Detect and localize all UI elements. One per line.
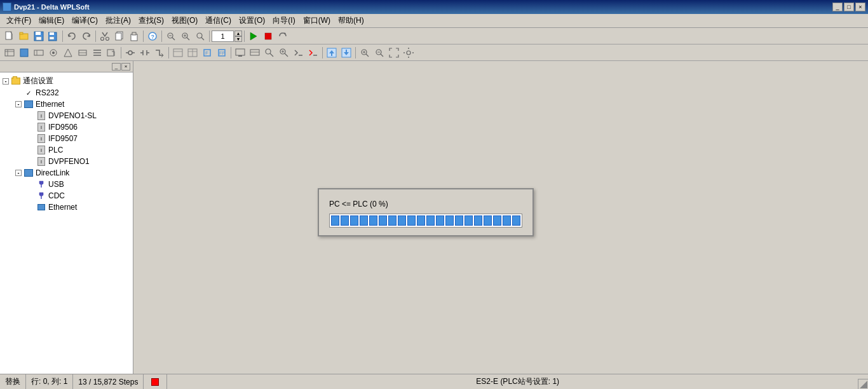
sep3 — [143, 31, 144, 42]
tb2-arrow[interactable] — [153, 46, 166, 60]
menu-comment[interactable]: 批注(A) — [102, 14, 135, 27]
zoom-in-btn[interactable] — [179, 29, 193, 43]
tree-dvpfeno1[interactable]: I DVPFENO1 — [3, 156, 130, 167]
tb2-btn3[interactable] — [32, 46, 46, 60]
tree-directlink[interactable]: - DirectLink — [3, 167, 130, 179]
tree-usb[interactable]: USB — [3, 179, 130, 190]
progress-label: PC <= PLC (0 %) — [329, 200, 522, 208]
menu-edit[interactable]: 编辑(E) — [35, 14, 68, 27]
svg-marker-36 — [64, 49, 72, 57]
close-button[interactable]: × — [855, 3, 865, 11]
menu-wizard[interactable]: 向导(I) — [269, 14, 299, 27]
zoom-spinner[interactable]: ▲ ▼ — [234, 31, 242, 42]
tree-dvpeno1-sl[interactable]: I DVPENO1-SL — [3, 110, 130, 121]
svg-line-80 — [381, 54, 383, 57]
menu-bar: 文件(F) 编辑(E) 编译(C) 批注(A) 查找(S) 视图(O) 通信(C… — [0, 14, 868, 28]
sep6 — [244, 31, 245, 42]
zoom-reset-btn[interactable] — [193, 29, 207, 43]
tb2-btn5[interactable] — [61, 46, 75, 60]
dvpeno1-sl-label: DVPENO1-SL — [48, 111, 97, 120]
tb2-search2[interactable] — [277, 46, 291, 60]
tb2-btn7[interactable] — [90, 46, 104, 60]
paste-button[interactable] — [127, 29, 141, 43]
app-icon — [3, 3, 11, 11]
menu-file[interactable]: 文件(F) — [3, 14, 35, 27]
tb2-zoom-in[interactable] — [358, 46, 372, 60]
tree-cdc[interactable]: CDC — [3, 190, 130, 201]
steps-label: 13 / 15,872 Steps — [78, 378, 138, 386]
zoom-out-btn[interactable] — [164, 29, 178, 43]
panel-title-label — [3, 62, 10, 71]
undo-button[interactable] — [65, 29, 79, 43]
tb2-upload-btn[interactable] — [325, 46, 339, 60]
run-button[interactable] — [247, 29, 261, 43]
tb2-monitor2[interactable] — [248, 46, 262, 60]
tree-ethernet[interactable]: - Ethernet — [3, 99, 130, 110]
help-button[interactable]: ? — [146, 29, 159, 43]
seg11 — [426, 215, 435, 226]
open-button[interactable] — [17, 29, 31, 43]
sep-tb2-5 — [355, 47, 356, 58]
tb2-btn1[interactable] — [3, 46, 17, 60]
tree-plc[interactable]: I PLC — [3, 144, 130, 156]
tb2-network2[interactable] — [186, 46, 200, 60]
tb2-compile2-btn[interactable] — [306, 46, 320, 60]
save-button[interactable] — [32, 29, 46, 43]
tb2-btn4[interactable] — [46, 46, 60, 60]
svg-text:?: ? — [151, 34, 155, 40]
tb2-coil[interactable] — [123, 46, 137, 60]
rs232-label: RS232 — [36, 88, 59, 97]
zoom-down[interactable]: ▼ — [234, 36, 242, 42]
redo-button[interactable] — [79, 29, 93, 43]
menu-search[interactable]: 查找(S) — [135, 14, 168, 27]
svg-line-76 — [366, 54, 369, 57]
tree-root[interactable]: - 通信设置 — [3, 75, 130, 87]
tb2-btn2[interactable] — [17, 46, 31, 60]
red-status-dot — [151, 378, 159, 386]
panel-close[interactable]: × — [121, 63, 130, 71]
svg-rect-28 — [5, 50, 14, 56]
toolbar1: ? ▲ ▼ — [0, 28, 868, 44]
menu-view[interactable]: 视图(O) — [168, 14, 201, 27]
menu-window[interactable]: 窗口(W) — [299, 14, 334, 27]
root-expander[interactable]: - — [3, 78, 9, 85]
tb2-compile-btn[interactable] — [292, 46, 306, 60]
tb2-box1[interactable]: F — [200, 46, 214, 60]
directlink-expander[interactable]: - — [15, 170, 22, 176]
tb2-search1[interactable] — [262, 46, 276, 60]
tb2-zoom-out[interactable] — [372, 46, 386, 60]
tree-directlink-ethernet[interactable]: Ethernet — [3, 201, 130, 213]
zoom-up[interactable]: ▲ — [234, 31, 242, 36]
menu-comm[interactable]: 通信(C) — [201, 14, 235, 27]
cut-button[interactable] — [98, 29, 112, 43]
minimize-button[interactable]: _ — [832, 3, 843, 11]
save-all-button[interactable] — [46, 29, 60, 43]
tb2-download-btn[interactable] — [339, 46, 353, 60]
tree-ifd9507[interactable]: I IFD9507 — [3, 133, 130, 144]
tb2-settings-btn[interactable] — [402, 46, 416, 60]
copy-button[interactable] — [112, 29, 126, 43]
panel-minimize[interactable]: _ — [112, 63, 121, 71]
ifd9506-icon: I — [36, 122, 46, 132]
menu-settings[interactable]: 设置(O) — [235, 14, 269, 27]
zoom-input[interactable] — [212, 31, 234, 42]
tb2-btn6[interactable] — [76, 46, 90, 60]
seg3 — [350, 215, 358, 226]
ethernet-expander[interactable]: - — [15, 101, 22, 107]
stop-button[interactable] — [261, 29, 275, 43]
tb2-contact[interactable] — [138, 46, 152, 60]
tb2-monitor1[interactable] — [233, 46, 247, 60]
refresh-button[interactable] — [276, 29, 290, 43]
tb2-box2[interactable]: FP — [215, 46, 229, 60]
tb2-btn8[interactable] — [105, 46, 119, 60]
ethernet-net-icon — [24, 99, 34, 109]
new-button[interactable] — [3, 29, 17, 43]
tree-ifd9506[interactable]: I IFD9506 — [3, 121, 130, 133]
tree-rs232[interactable]: ✓ RS232 — [3, 87, 130, 99]
tb2-network1[interactable] — [171, 46, 185, 60]
status-bar: 替换 行: 0, 列: 1 13 / 15,872 Steps ES2-E (P… — [0, 374, 868, 389]
menu-help[interactable]: 帮助(H) — [334, 14, 368, 27]
maximize-button[interactable]: □ — [844, 3, 854, 11]
menu-compile[interactable]: 编译(C) — [68, 14, 102, 27]
tb2-full-screen[interactable] — [387, 46, 401, 60]
